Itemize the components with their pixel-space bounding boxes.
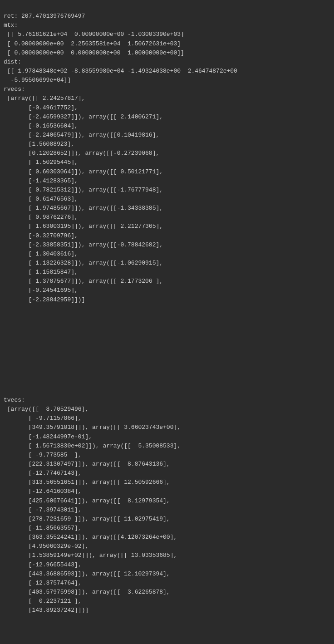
tvecs-line: [ -9.71157866],	[4, 415, 82, 422]
dist-row: -5.95506699e+04]]	[4, 77, 71, 84]
rvecs-label-line: rvecs:	[4, 86, 25, 93]
tvecs-line: [ 1.56713830e+02]]), array([[ 5.35008533…	[4, 442, 181, 449]
tvecs-line: [ 0.2237121 ],	[4, 598, 82, 605]
rvecs-line: [ 1.15815847],	[4, 269, 78, 275]
mtx-row: [[ 5.76181621e+04 0.00000000e+00 -1.0300…	[4, 31, 184, 38]
tvecs-line: [425.60676641]]), array([[ 8.12979354],	[4, 497, 170, 504]
tvecs-line: [1.53859149e+02]]), array([[ 13.03353685…	[4, 552, 177, 559]
rvecs-line: [-2.33858351]]), array([[-0.78842682],	[4, 241, 163, 248]
tvecs-line: [278.7231659 ]]), array([[ 11.02975419],	[4, 516, 170, 522]
tvecs-label-line: tvecs:	[4, 397, 25, 403]
rvecs-line: [array([[ 2.24257817],	[4, 95, 85, 102]
rvecs-line: [-1.41283365],	[4, 177, 78, 184]
tvecs-line: [-11.85663557],	[4, 525, 82, 531]
tvecs-line: [-1.48244997e-01],	[4, 433, 92, 440]
tvecs-line: [222.31307497]]), array([[ 8.87643136],	[4, 461, 170, 467]
rvecs-line: [ 1.13226328]]), array([[-1.06290915],	[4, 260, 163, 266]
rvecs-line: [-2.24065479]]), array([[0.10419816],	[4, 132, 159, 138]
rvecs-line: [ 0.61476563],	[4, 196, 78, 202]
mtx-row: [ 0.00000000e+00 0.00000000e+00 1.000000…	[4, 49, 184, 56]
rvecs-line: [-0.16536604],	[4, 123, 78, 129]
dist-label-line: dist:	[4, 59, 21, 65]
tvecs-line: [-12.64160384],	[4, 488, 82, 495]
tvecs-line: [array([[ 8.70529496],	[4, 406, 88, 413]
tvecs-line: [363.35524241]]), array([[4.12073264e+00…	[4, 534, 177, 541]
ret-label: ret:	[4, 13, 18, 20]
tvecs-line: [4.95060329e-02],	[4, 543, 88, 550]
rvecs-line: [ 0.98762276],	[4, 214, 78, 221]
rvecs-line: [ 0.60303064]]), array([[ 0.50121771],	[4, 168, 163, 175]
rvecs-line: [0.12028652]]), array([[-0.27239068],	[4, 150, 159, 157]
tvecs-line: [349.35791018]]), array([[ 3.66023743e+0…	[4, 424, 181, 431]
ret-value: 207.47013976769497	[21, 13, 85, 20]
ret-line: ret: 207.47013976769497	[4, 13, 85, 20]
dist-row: [[ 1.97848348e+02 -8.83559980e+04 -1.493…	[4, 68, 237, 74]
rvecs-line: [-2.46599327]]), array([[ 2.14006271],	[4, 113, 163, 120]
rvecs-line: [-2.28842959]])]	[4, 296, 85, 303]
mtx-row: [ 0.00000000e+00 2.25635581e+04 1.506726…	[4, 40, 181, 47]
tvecs-line: [ -9.773585 ],	[4, 452, 82, 458]
tvecs-line: [-12.96655443],	[4, 561, 82, 568]
terminal-output[interactable]: ret: 207.47013976769497 mtx: [[ 5.761816…	[0, 0, 334, 644]
tvecs-line: [-12.37574764],	[4, 580, 82, 586]
rvecs-line: [-0.24541695],	[4, 287, 78, 294]
rvecs-line: [1.56088923],	[4, 141, 74, 147]
rvecs-line: [ 1.50295445],	[4, 159, 78, 166]
tvecs-line: [403.57975998]]), array([[ 3.62265878],	[4, 589, 170, 595]
tvecs-line: [313.56551651]]), array([[ 12.50592666],	[4, 479, 170, 486]
rvecs-line: [ 1.63003195]]), array([[ 2.21277365],	[4, 223, 163, 230]
tvecs-line: [ -7.39743011],	[4, 506, 82, 513]
rvecs-line: [ 1.30403616],	[4, 251, 78, 257]
mtx-label-line: mtx:	[4, 22, 18, 29]
tvecs-line: [443.36886593]]), array([[ 12.10297394],	[4, 570, 170, 577]
rvecs-line: [ 0.78215312]]), array([[-1.76777948],	[4, 187, 163, 193]
rvecs-line: [-0.49617752],	[4, 104, 78, 111]
rvecs-line: [ 1.97485667]]), array([[-1.34338385],	[4, 205, 163, 211]
rvecs-line: [-0.32709796],	[4, 232, 78, 239]
tvecs-line: [-12.77467143],	[4, 470, 82, 477]
rvecs-line: [ 1.37875677]]), array([[ 2.1773206 ],	[4, 278, 163, 285]
tvecs-line: [143.89237242]])]	[4, 607, 88, 614]
